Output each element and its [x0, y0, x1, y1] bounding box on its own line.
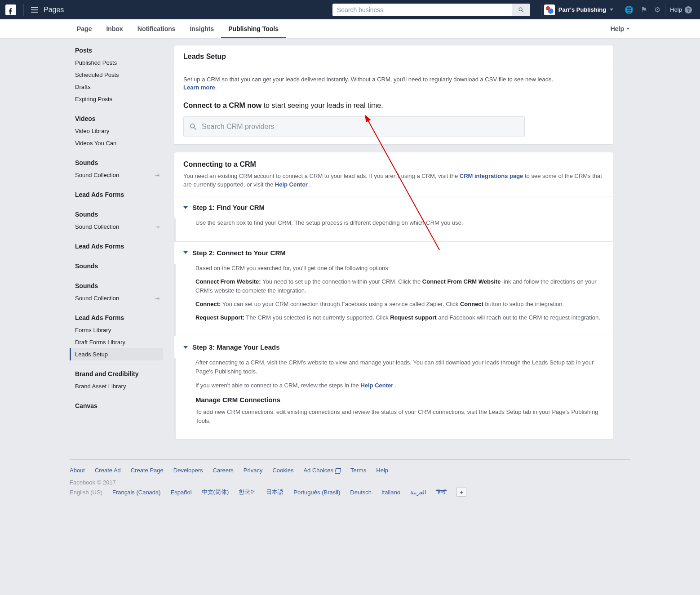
- sidebar-item-sound-collection[interactable]: Sound Collection⇥: [70, 169, 163, 181]
- footer-link-help[interactable]: Help: [376, 467, 388, 474]
- step-2-option: Request Support: The CRM you selected is…: [195, 313, 604, 322]
- sidebar-item-draft-forms-library[interactable]: Draft Forms Library: [70, 336, 163, 348]
- leads-setup-intro: Set up a CRM so that you can get your le…: [183, 76, 553, 83]
- sidebar-heading: Brand and Credibility: [70, 369, 163, 380]
- svg-line-1: [522, 10, 523, 12]
- footer-lang-link[interactable]: Español: [171, 489, 192, 496]
- sidebar-item-label: Expiring Posts: [75, 96, 112, 102]
- footer-link-careers[interactable]: Careers: [213, 467, 234, 474]
- step-2-option: Connect From Website: You need to set up…: [195, 277, 604, 295]
- sidebar-item-published-posts[interactable]: Published Posts: [70, 57, 163, 69]
- footer-lang-link[interactable]: العربية: [410, 489, 426, 496]
- chevron-down-icon: [627, 28, 629, 30]
- footer-lang-link[interactable]: 한국어: [239, 488, 256, 496]
- tabs-help-dropdown[interactable]: Help: [611, 25, 629, 32]
- tab-notifications[interactable]: Notifications: [130, 19, 183, 38]
- sidebar-heading: Videos: [70, 113, 163, 125]
- footer-lang-link[interactable]: हिन्दी: [436, 488, 447, 496]
- step-1-body: Use the search box to find your CRM. The…: [195, 218, 604, 227]
- connect-crm-heading: Connect to a CRM now to start seeing you…: [183, 101, 604, 111]
- divider: [23, 4, 24, 16]
- footer-link-create-page[interactable]: Create Page: [131, 467, 164, 474]
- sidebar-heading: Sounds: [70, 261, 163, 272]
- footer-link-privacy[interactable]: Privacy: [244, 467, 263, 474]
- global-top-bar: Pages Parr's Publishing 🌐 ⚑ ⚙ Help ?: [0, 0, 700, 19]
- help-center-link[interactable]: Help Center: [275, 181, 308, 188]
- footer-lang-link[interactable]: 中文(简体): [202, 488, 229, 496]
- business-search: [332, 4, 530, 16]
- search-icon: [189, 123, 197, 131]
- footer-link-developers[interactable]: Developers: [173, 467, 203, 474]
- step-2-toggle[interactable]: Step 2: Connect to Your CRM: [174, 242, 613, 264]
- chevron-down-icon: [183, 251, 188, 254]
- footer-lang-link[interactable]: Português (Brasil): [293, 489, 340, 496]
- crm-search-box: [183, 116, 525, 137]
- chevron-down-icon: [183, 346, 188, 349]
- footer-lang-link[interactable]: Français (Canada): [112, 489, 161, 496]
- tab-inbox[interactable]: Inbox: [99, 19, 130, 38]
- sidebar-item-leads-setup[interactable]: Leads Setup: [70, 348, 163, 360]
- top-help-link[interactable]: Help ?: [670, 6, 692, 13]
- add-language-button[interactable]: +: [456, 488, 466, 497]
- sidebar-heading: Lead Ads Forms: [70, 241, 163, 253]
- svg-point-0: [519, 8, 522, 11]
- footer-lang-link[interactable]: 日本語: [266, 488, 284, 496]
- notifications-globe-icon[interactable]: 🌐: [625, 5, 634, 14]
- step-3-toggle[interactable]: Step 3: Manage Your Leads: [174, 336, 613, 358]
- sidebar-heading: Canvas: [70, 400, 163, 412]
- footer-lang-link[interactable]: Deutsch: [350, 489, 372, 496]
- footer-link-ad-choices[interactable]: Ad Choices: [303, 467, 340, 474]
- sidebar-item-scheduled-posts[interactable]: Scheduled Posts: [70, 69, 163, 81]
- divider: [618, 4, 618, 16]
- step-2-option: Connect: You can set up your CRM connect…: [195, 300, 604, 309]
- leads-setup-card: Leads Setup Set up a CRM so that you can…: [174, 45, 613, 145]
- sidebar-item-expiring-posts[interactable]: Expiring Posts: [70, 93, 163, 105]
- sidebar-heading: Lead Ads Forms: [70, 312, 163, 324]
- step-1-title: Step 1: Find Your CRM: [192, 204, 265, 211]
- chevron-down-icon: [183, 206, 188, 209]
- crm-integrations-link[interactable]: CRM integrations page: [460, 173, 523, 179]
- sidebar-item-video-library[interactable]: Video Library: [70, 125, 163, 137]
- learn-more-link[interactable]: Learn more: [183, 84, 215, 91]
- tabs-help-label: Help: [611, 25, 624, 32]
- tab-page[interactable]: Page: [70, 19, 99, 38]
- page-footer: AboutCreate AdCreate PageDevelopersCaree…: [70, 459, 630, 497]
- step-1-toggle[interactable]: Step 1: Find Your CRM: [174, 196, 613, 218]
- svg-line-3: [194, 128, 196, 130]
- sidebar-item-videos-you-can[interactable]: Videos You Can: [70, 137, 163, 149]
- sidebar-heading: Sounds: [70, 280, 163, 292]
- business-search-button[interactable]: [512, 4, 530, 16]
- sidebar-item-sound-collection[interactable]: Sound Collection⇥: [70, 221, 163, 233]
- sidebar-item-label: Published Posts: [75, 59, 117, 66]
- divider: [541, 4, 541, 16]
- sidebar-item-label: Brand Asset Library: [75, 383, 126, 390]
- top-icons: 🌐 ⚑ ⚙: [625, 5, 660, 14]
- settings-gear-icon[interactable]: ⚙: [654, 5, 660, 14]
- footer-link-cookies[interactable]: Cookies: [272, 467, 293, 474]
- sidebar-item-brand-asset-library[interactable]: Brand Asset Library: [70, 380, 163, 392]
- sidebar-item-label: Videos You Can: [75, 140, 116, 147]
- business-search-input[interactable]: [332, 4, 512, 16]
- footer-link-terms[interactable]: Terms: [350, 467, 366, 474]
- sidebar-heading: Sounds: [70, 209, 163, 221]
- hamburger-icon[interactable]: [31, 7, 38, 13]
- facebook-logo[interactable]: [5, 4, 16, 15]
- manage-connections-title: Manage CRM Connections: [195, 395, 604, 405]
- crm-search-input[interactable]: [202, 123, 519, 131]
- sidebar-item-sound-collection[interactable]: Sound Collection⇥: [70, 292, 163, 304]
- sidebar-item-label: Draft Forms Library: [75, 339, 125, 346]
- flag-icon[interactable]: ⚑: [641, 5, 647, 14]
- sidebar-item-label: Drafts: [75, 84, 91, 90]
- tab-insights[interactable]: Insights: [183, 19, 222, 38]
- footer-lang-link[interactable]: Italiano: [381, 489, 400, 496]
- page-avatar: [544, 4, 555, 15]
- footer-link-create-ad[interactable]: Create Ad: [95, 467, 121, 474]
- help-icon: ?: [685, 6, 692, 13]
- sidebar-item-label: Video Library: [75, 128, 109, 134]
- tab-publishing-tools[interactable]: Publishing Tools: [221, 19, 286, 38]
- sidebar-item-drafts[interactable]: Drafts: [70, 81, 163, 93]
- footer-link-about[interactable]: About: [70, 467, 85, 474]
- page-switcher[interactable]: Parr's Publishing: [544, 4, 613, 15]
- help-center-link[interactable]: Help Center: [360, 382, 393, 389]
- sidebar-item-forms-library[interactable]: Forms Library: [70, 324, 163, 336]
